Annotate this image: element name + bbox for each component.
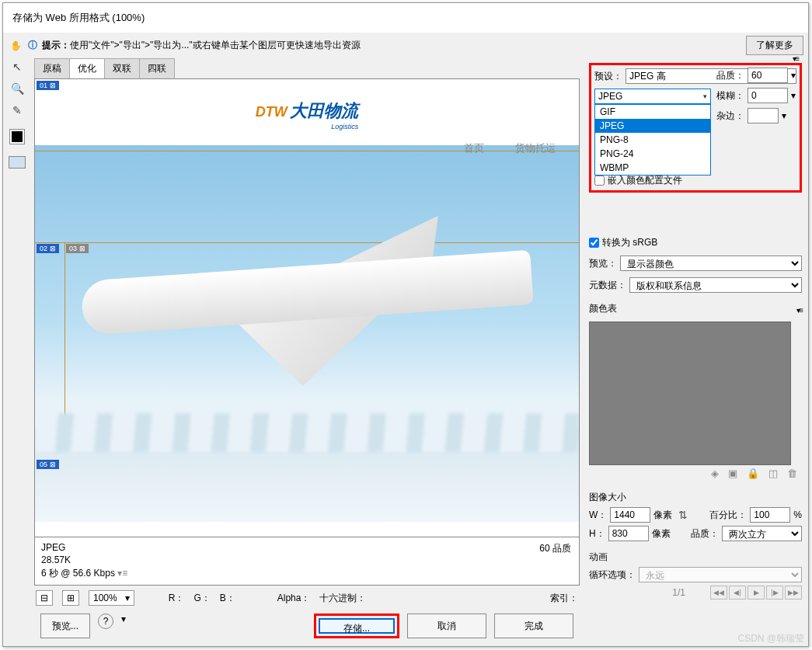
tip-text: 使用"文件">"导出">"导出为..."或右键单击某个图层可更快速地导出资源 [70,40,361,50]
hand-icon[interactable]: ✋ [8,40,23,51]
ct-square-icon[interactable]: ▣ [728,468,737,479]
format-option-wbmp[interactable]: WBMP [595,161,710,175]
anim-title: 动画 [589,551,802,564]
matte-select[interactable] [748,108,779,123]
percent-input[interactable] [750,507,790,523]
colortable-title: 颜色表 [589,302,617,315]
g-readout: G： [193,592,210,605]
status-filesize: 28.57K [41,554,573,565]
alpha-readout: Alpha： [277,592,311,605]
anim-prev-button[interactable]: ◀| [729,586,746,600]
pointer-tool-icon[interactable]: ↖ [8,58,26,75]
anim-page: 1/1 [672,587,685,598]
zoom-minus-button[interactable]: ⊟ [36,590,53,606]
eyedropper-tool-icon[interactable]: ✎ [8,102,26,119]
cancel-button[interactable]: 取消 [407,614,486,638]
preset-label: 预设： [594,70,622,83]
color-table [589,322,791,465]
r-readout: R： [169,592,185,605]
info-icon: ⓘ [28,39,37,52]
slice-03-tag[interactable]: 03 ⊠ [66,244,89,253]
ct-trash-icon[interactable]: 🗑 [787,468,797,479]
preview-mode-label: 预览： [589,257,617,270]
tab-optimized[interactable]: 优化 [69,58,105,78]
height-input[interactable] [608,526,649,541]
window-title: 存储为 Web 所用格式 (100%) [3,3,808,33]
preview-mode-select[interactable]: 显示器颜色 [620,255,802,271]
zoom-select[interactable]: 100%▾ [89,590,134,606]
browser-preview-icon[interactable]: ? [98,614,113,629]
anim-last-button[interactable]: ▶▶ [785,586,802,600]
color-swatch[interactable] [10,130,24,144]
hex-readout: 十六进制： [319,592,366,605]
ct-lock-icon[interactable]: 🔒 [747,468,759,479]
device-preview-icon[interactable] [9,156,26,169]
index-readout: 索引： [550,592,578,605]
preview-logo: DTW 大田物流 Logistics [256,99,358,130]
done-button[interactable]: 完成 [494,614,573,638]
tab-original[interactable]: 原稿 [34,58,70,78]
zoom-tool-icon[interactable]: 🔍 [8,80,26,97]
resample-select[interactable]: 两次立方 [722,526,802,541]
colortable-menu-icon[interactable] [796,306,802,315]
width-input[interactable] [610,507,650,523]
preview-nav: 首页货物托运 [433,141,556,155]
tip-label: 提示： [42,40,70,50]
tab-4up[interactable]: 四联 [139,58,175,78]
format-option-png24[interactable]: PNG-24 [595,147,710,161]
link-icon[interactable]: ⇅ [675,509,691,521]
imagesize-title: 图像大小 [589,491,626,504]
metadata-label: 元数据： [589,279,626,292]
slice-05-tag[interactable]: 05 ⊠ [37,460,59,469]
slice-01-tag[interactable]: 01 ⊠ [37,81,59,90]
ct-diamond-icon[interactable]: ◈ [711,468,719,479]
b-readout: B： [220,592,235,605]
metadata-select[interactable]: 版权和联系信息 [629,277,802,293]
panel-menu-icon[interactable] [793,58,798,63]
watermark: CSDN @韩瑞莹 [737,632,804,645]
format-option-gif[interactable]: GIF [595,105,710,119]
format-option-png8[interactable]: PNG-8 [595,133,710,147]
ct-new-icon[interactable]: ◫ [768,468,778,479]
tab-2up[interactable]: 双联 [104,58,140,78]
srgb-checkbox[interactable]: 转换为 sRGB [589,236,657,249]
blur-input[interactable] [748,88,788,103]
status-dltime: 6 秒 @ 56.6 Kbps [41,568,115,579]
preview-canvas[interactable]: 01 ⊠ 02 ⊠ 03 ⊠ 05 ⊠ DTW 大田物流 Logistics 首… [34,78,580,537]
format-option-jpeg[interactable]: JPEG [595,119,710,133]
embed-profile-checkbox[interactable]: 嵌入颜色配置文件 [594,174,682,187]
quality-input[interactable] [748,68,788,83]
slice-02-tag[interactable]: 02 ⊠ [37,244,59,253]
zoom-plus-button[interactable]: ⊞ [62,590,79,606]
anim-play-button[interactable]: ▶ [748,586,765,600]
format-select[interactable]: JPEG GIF JPEG PNG-8 PNG-24 WBMP [594,89,711,104]
loop-select[interactable]: 永远 [639,567,802,582]
learn-more-button[interactable]: 了解更多 [746,36,803,55]
anim-next-button[interactable]: |▶ [766,586,783,600]
status-bar: JPEG 28.57K 6 秒 @ 56.6 Kbps ▾≡ 60 品质 [34,537,580,586]
save-button[interactable]: 存储... [319,618,395,634]
status-quality: 60 品质 [539,542,571,555]
anim-first-button[interactable]: ◀◀ [710,586,727,600]
preview-button[interactable]: 预览... [40,614,90,638]
status-format: JPEG [41,542,573,553]
